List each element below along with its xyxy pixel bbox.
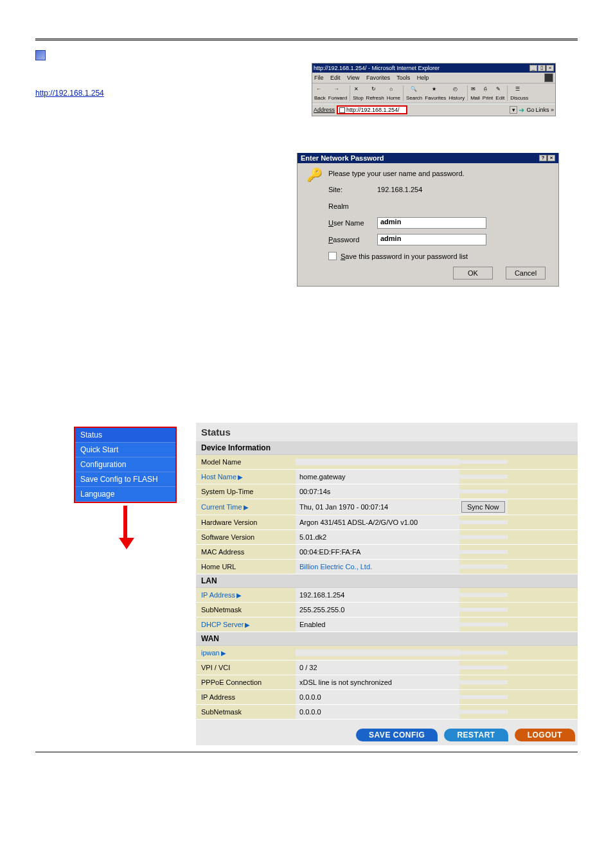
address-input[interactable]: http://192.168.1.254/ — [337, 105, 407, 114]
sidebar-item-status[interactable]: Status — [75, 428, 175, 443]
help-button[interactable]: ? — [539, 155, 547, 161]
browser-window: http://192.168.1.254/ - Microsoft Intern… — [312, 63, 556, 116]
menu-edit[interactable]: Edit — [330, 75, 341, 81]
uptime-value: 00:07:14s — [296, 484, 459, 499]
site-label: Site: — [328, 186, 377, 193]
lan-ip-link[interactable]: IP Address — [201, 591, 235, 599]
dhcp-link[interactable]: DHCP Server — [201, 621, 244, 628]
lan-mask-label: SubNetmask — [196, 603, 296, 617]
links-label[interactable]: Links » — [535, 107, 554, 113]
menu-file[interactable]: File — [314, 75, 324, 81]
model-name-label: Model Name — [196, 455, 296, 469]
swver-value: 5.01.dk2 — [296, 530, 459, 544]
current-time-value: Thu, 01 Jan 1970 - 00:07:14 — [296, 500, 459, 514]
address-label: Address — [314, 107, 335, 113]
current-time-link[interactable]: Current Time — [201, 503, 242, 511]
tb-refresh[interactable]: ↻Refresh — [366, 85, 385, 101]
tb-home[interactable]: ⌂Home — [386, 85, 401, 101]
table-row: SubNetmask255.255.255.0 — [196, 603, 578, 617]
sidebar-item-language[interactable]: Language — [75, 487, 175, 502]
ok-button[interactable]: OK — [453, 267, 493, 279]
table-row: IP Address▶192.168.1.254 — [196, 588, 578, 603]
tb-print[interactable]: ⎙Print — [482, 85, 493, 101]
menu-view[interactable]: View — [347, 75, 359, 81]
vpi-label: VPI / VCI — [196, 660, 296, 675]
tb-edit[interactable]: ✎Edit — [495, 85, 505, 101]
homeurl-link[interactable]: Billion Electric Co., Ltd. — [299, 563, 372, 571]
go-label[interactable]: Go — [526, 107, 534, 113]
menu-help[interactable]: Help — [417, 75, 429, 81]
save-password-checkbox[interactable] — [328, 252, 337, 260]
url-link[interactable]: http://192.168.1.254 — [35, 89, 104, 98]
browser-title: http://192.168.1.254/ - Microsoft Intern… — [314, 65, 440, 71]
close-button[interactable]: × — [546, 65, 554, 71]
table-row: Software Version5.01.dk2 — [196, 530, 578, 545]
auth-prompt: Please type your user name and password. — [328, 170, 549, 177]
router-ui: Status Quick Start Configuration Save Co… — [35, 423, 578, 745]
mac-value: 00:04:ED:FF:FA:FA — [296, 545, 459, 559]
tb-discuss[interactable]: ☰Discuss — [510, 85, 529, 101]
tb-search[interactable]: 🔍Search — [405, 85, 423, 101]
save-password-label: Save this password in your password list — [341, 252, 468, 260]
restart-button[interactable]: RESTART — [444, 729, 508, 741]
sidebar-item-configuration[interactable]: Configuration — [75, 457, 175, 472]
mac-label: MAC Address — [196, 545, 296, 559]
auth-dialog: Enter Network Password ? × 🔑 Please type… — [297, 153, 559, 287]
cancel-button[interactable]: Cancel — [506, 267, 546, 279]
browser-toolbar: ←Back →Forward ✕Stop ↻Refresh ⌂Home 🔍Sea… — [312, 84, 555, 103]
wan-ip-label: IP Address — [196, 690, 296, 704]
section-wan: WAN — [196, 632, 578, 646]
tb-history[interactable]: ◴History — [448, 85, 465, 101]
footer-buttons: SAVE CONFIG RESTART LOGOUT — [196, 725, 578, 741]
model-name-value — [296, 459, 459, 465]
sidebar-item-saveconfig[interactable]: Save Config to FLASH — [75, 472, 175, 487]
host-name-value: home.gateway — [296, 470, 459, 484]
wan-mask-value: 0.0.0.0 — [296, 705, 459, 719]
tb-back[interactable]: ←Back — [314, 85, 326, 101]
realm-label: Realm — [328, 202, 377, 210]
dhcp-value: Enabled — [296, 617, 459, 632]
password-input[interactable]: admin — [377, 234, 486, 245]
swver-label: Software Version — [196, 530, 296, 544]
table-row: Model Name — [196, 455, 578, 470]
bottom-rule — [35, 752, 578, 752]
maximize-button[interactable]: ▯ — [538, 65, 546, 71]
browser-addressbar: Address http://192.168.1.254/ ▾ ➜Go Link… — [312, 103, 555, 116]
sidebar: Status Quick Start Configuration Save Co… — [74, 427, 177, 503]
site-value: 192.168.1.254 — [377, 186, 422, 193]
table-row: Home URLBillion Electric Co., Ltd. — [196, 560, 578, 574]
hwver-value: Argon 431/451 ADSL-A/2/G/VO v1.00 — [296, 515, 459, 529]
username-input[interactable]: admin — [377, 217, 486, 229]
tb-mail[interactable]: ✉Mail — [470, 85, 481, 101]
save-config-button[interactable]: SAVE CONFIG — [356, 729, 438, 741]
address-dropdown-icon[interactable]: ▾ — [510, 106, 517, 114]
page-title: Status — [196, 423, 578, 441]
tb-stop[interactable]: ✕Stop — [352, 85, 364, 101]
close-button[interactable]: × — [547, 155, 555, 161]
browser-titlebar: http://192.168.1.254/ - Microsoft Intern… — [312, 64, 555, 73]
lan-mask-value: 255.255.255.0 — [296, 603, 459, 617]
sync-now-button[interactable]: Sync Now — [461, 501, 505, 513]
tb-favorites[interactable]: ★Favorites — [424, 85, 447, 101]
table-row: PPPoE ConnectionxDSL line is not synchro… — [196, 675, 578, 690]
hwver-label: Hardware Version — [196, 515, 296, 529]
table-row: Host Name▶home.gateway — [196, 470, 578, 484]
table-row: VPI / VCI0 / 32 — [196, 660, 578, 675]
host-name-link[interactable]: Host Name — [201, 473, 236, 481]
top-rule — [35, 39, 578, 40]
menu-favorites[interactable]: Favorites — [366, 75, 390, 81]
table-row: Hardware VersionArgon 431/451 ADSL-A/2/G… — [196, 515, 578, 530]
wan-mask-label: SubNetmask — [196, 705, 296, 719]
ipwan-link[interactable]: ipwan — [201, 649, 220, 657]
minimize-button[interactable]: _ — [529, 65, 537, 71]
table-row: SubNetmask0.0.0.0 — [196, 705, 578, 720]
section-lan: LAN — [196, 574, 578, 588]
tb-forward[interactable]: →Forward — [328, 85, 348, 101]
table-row: Current Time▶Thu, 01 Jan 1970 - 00:07:14… — [196, 499, 578, 515]
play-icon: ▶ — [244, 504, 249, 511]
ie-throbber-icon — [544, 73, 553, 82]
menu-tools[interactable]: Tools — [396, 75, 410, 81]
logout-button[interactable]: LOGOUT — [515, 729, 575, 741]
sidebar-item-quickstart[interactable]: Quick Start — [75, 443, 175, 457]
uptime-label: System Up-Time — [196, 484, 296, 499]
